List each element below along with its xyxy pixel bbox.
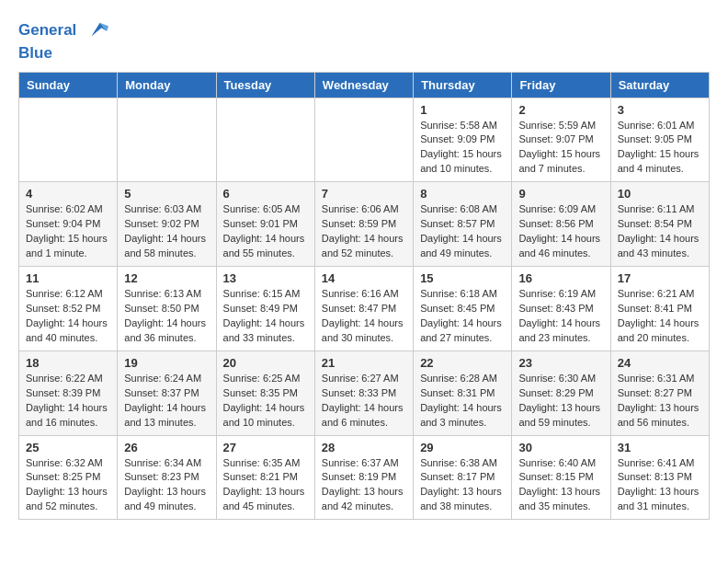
weekday-header-saturday: Saturday	[610, 72, 709, 98]
day-number: 5	[124, 187, 209, 201]
day-number: 15	[420, 271, 505, 285]
logo-bird-icon	[83, 18, 108, 44]
day-info: Sunrise: 6:24 AMSunset: 8:37 PMDaylight:…	[124, 372, 209, 431]
calendar-cell	[216, 98, 314, 182]
weekday-header-tuesday: Tuesday	[216, 72, 314, 98]
day-info: Sunrise: 6:15 AMSunset: 8:49 PMDaylight:…	[223, 287, 308, 346]
day-number: 30	[518, 441, 603, 454]
day-number: 2	[518, 103, 603, 117]
day-info: Sunrise: 6:08 AMSunset: 8:57 PMDaylight:…	[420, 202, 505, 261]
day-info: Sunrise: 6:38 AMSunset: 8:17 PMDaylight:…	[420, 456, 505, 515]
day-number: 26	[124, 441, 209, 454]
calendar-cell: 23Sunrise: 6:30 AMSunset: 8:29 PMDayligh…	[512, 350, 610, 435]
calendar-cell: 20Sunrise: 6:25 AMSunset: 8:35 PMDayligh…	[216, 350, 314, 435]
calendar-cell: 31Sunrise: 6:41 AMSunset: 8:13 PMDayligh…	[610, 435, 709, 520]
day-info: Sunrise: 5:58 AMSunset: 9:09 PMDaylight:…	[420, 119, 505, 178]
calendar-cell: 13Sunrise: 6:15 AMSunset: 8:49 PMDayligh…	[216, 267, 314, 351]
calendar-cell: 27Sunrise: 6:35 AMSunset: 8:21 PMDayligh…	[216, 435, 314, 520]
day-number: 20	[223, 356, 308, 370]
calendar-cell: 16Sunrise: 6:19 AMSunset: 8:43 PMDayligh…	[512, 267, 610, 351]
day-info: Sunrise: 6:19 AMSunset: 8:43 PMDaylight:…	[518, 287, 603, 346]
day-number: 29	[420, 441, 505, 454]
day-number: 19	[124, 356, 209, 370]
weekday-header-sunday: Sunday	[19, 72, 118, 98]
day-info: Sunrise: 6:40 AMSunset: 8:15 PMDaylight:…	[518, 456, 603, 515]
calendar-cell: 15Sunrise: 6:18 AMSunset: 8:45 PMDayligh…	[414, 267, 512, 351]
calendar-cell: 11Sunrise: 6:12 AMSunset: 8:52 PMDayligh…	[19, 267, 118, 351]
week-row-1: 1Sunrise: 5:58 AMSunset: 9:09 PMDaylight…	[19, 98, 710, 182]
day-number: 4	[26, 187, 110, 201]
day-info: Sunrise: 6:06 AMSunset: 8:59 PMDaylight:…	[322, 202, 406, 261]
day-info: Sunrise: 6:35 AMSunset: 8:21 PMDaylight:…	[223, 456, 308, 515]
weekday-header-row: SundayMondayTuesdayWednesdayThursdayFrid…	[19, 72, 710, 98]
logo-blue: Blue	[18, 44, 108, 63]
day-info: Sunrise: 6:05 AMSunset: 9:01 PMDaylight:…	[223, 202, 308, 261]
calendar-cell: 5Sunrise: 6:03 AMSunset: 9:02 PMDaylight…	[118, 182, 216, 267]
day-info: Sunrise: 6:34 AMSunset: 8:23 PMDaylight:…	[124, 456, 209, 515]
logo: General Blue	[18, 18, 108, 63]
day-info: Sunrise: 6:13 AMSunset: 8:50 PMDaylight:…	[124, 287, 209, 346]
day-info: Sunrise: 6:11 AMSunset: 8:54 PMDaylight:…	[618, 202, 702, 261]
day-info: Sunrise: 6:01 AMSunset: 9:05 PMDaylight:…	[618, 119, 702, 178]
calendar-cell	[314, 98, 413, 182]
calendar-cell: 29Sunrise: 6:38 AMSunset: 8:17 PMDayligh…	[414, 435, 512, 520]
calendar-cell: 17Sunrise: 6:21 AMSunset: 8:41 PMDayligh…	[610, 267, 709, 351]
day-info: Sunrise: 6:18 AMSunset: 8:45 PMDaylight:…	[420, 287, 505, 346]
weekday-header-thursday: Thursday	[414, 72, 512, 98]
day-info: Sunrise: 6:21 AMSunset: 8:41 PMDaylight:…	[618, 287, 702, 346]
weekday-header-wednesday: Wednesday	[314, 72, 413, 98]
day-number: 16	[518, 271, 603, 285]
calendar-table: SundayMondayTuesdayWednesdayThursdayFrid…	[18, 72, 710, 521]
calendar-cell: 26Sunrise: 6:34 AMSunset: 8:23 PMDayligh…	[118, 435, 216, 520]
calendar-cell: 22Sunrise: 6:28 AMSunset: 8:31 PMDayligh…	[414, 350, 512, 435]
day-number: 1	[420, 103, 505, 117]
calendar-cell: 4Sunrise: 6:02 AMSunset: 9:04 PMDaylight…	[19, 182, 118, 267]
calendar-cell: 21Sunrise: 6:27 AMSunset: 8:33 PMDayligh…	[314, 350, 413, 435]
day-info: Sunrise: 6:41 AMSunset: 8:13 PMDaylight:…	[618, 456, 702, 515]
day-info: Sunrise: 6:09 AMSunset: 8:56 PMDaylight:…	[518, 202, 603, 261]
day-number: 6	[223, 187, 308, 201]
week-row-4: 18Sunrise: 6:22 AMSunset: 8:39 PMDayligh…	[19, 350, 710, 435]
page-header: General Blue	[18, 18, 710, 63]
calendar-cell	[118, 98, 216, 182]
day-number: 7	[322, 187, 406, 201]
day-number: 8	[420, 187, 505, 201]
calendar-cell	[19, 98, 118, 182]
calendar-cell: 19Sunrise: 6:24 AMSunset: 8:37 PMDayligh…	[118, 350, 216, 435]
day-number: 3	[618, 103, 702, 117]
calendar-cell: 2Sunrise: 5:59 AMSunset: 9:07 PMDaylight…	[512, 98, 610, 182]
calendar-cell: 24Sunrise: 6:31 AMSunset: 8:27 PMDayligh…	[610, 350, 709, 435]
calendar-cell: 25Sunrise: 6:32 AMSunset: 8:25 PMDayligh…	[19, 435, 118, 520]
day-info: Sunrise: 6:12 AMSunset: 8:52 PMDaylight:…	[26, 287, 110, 346]
day-number: 11	[26, 271, 110, 285]
day-info: Sunrise: 6:27 AMSunset: 8:33 PMDaylight:…	[322, 372, 406, 431]
calendar-cell: 8Sunrise: 6:08 AMSunset: 8:57 PMDaylight…	[414, 182, 512, 267]
day-number: 23	[518, 356, 603, 370]
day-info: Sunrise: 5:59 AMSunset: 9:07 PMDaylight:…	[518, 119, 603, 178]
day-info: Sunrise: 6:32 AMSunset: 8:25 PMDaylight:…	[26, 456, 110, 515]
week-row-5: 25Sunrise: 6:32 AMSunset: 8:25 PMDayligh…	[19, 435, 710, 520]
logo-general: General	[18, 21, 76, 39]
calendar-cell: 7Sunrise: 6:06 AMSunset: 8:59 PMDaylight…	[314, 182, 413, 267]
day-info: Sunrise: 6:30 AMSunset: 8:29 PMDaylight:…	[518, 372, 603, 431]
day-info: Sunrise: 6:28 AMSunset: 8:31 PMDaylight:…	[420, 372, 505, 431]
calendar-cell: 1Sunrise: 5:58 AMSunset: 9:09 PMDaylight…	[414, 98, 512, 182]
weekday-header-monday: Monday	[118, 72, 216, 98]
calendar-cell: 18Sunrise: 6:22 AMSunset: 8:39 PMDayligh…	[19, 350, 118, 435]
calendar-cell: 28Sunrise: 6:37 AMSunset: 8:19 PMDayligh…	[314, 435, 413, 520]
week-row-3: 11Sunrise: 6:12 AMSunset: 8:52 PMDayligh…	[19, 267, 710, 351]
day-number: 24	[618, 356, 702, 370]
calendar-cell: 12Sunrise: 6:13 AMSunset: 8:50 PMDayligh…	[118, 267, 216, 351]
day-info: Sunrise: 6:37 AMSunset: 8:19 PMDaylight:…	[322, 456, 406, 515]
day-number: 14	[322, 271, 406, 285]
day-number: 13	[223, 271, 308, 285]
day-number: 21	[322, 356, 406, 370]
day-info: Sunrise: 6:25 AMSunset: 8:35 PMDaylight:…	[223, 372, 308, 431]
day-number: 27	[223, 441, 308, 454]
day-number: 18	[26, 356, 110, 370]
day-info: Sunrise: 6:31 AMSunset: 8:27 PMDaylight:…	[618, 372, 702, 431]
day-info: Sunrise: 6:16 AMSunset: 8:47 PMDaylight:…	[322, 287, 406, 346]
day-number: 9	[518, 187, 603, 201]
day-info: Sunrise: 6:03 AMSunset: 9:02 PMDaylight:…	[124, 202, 209, 261]
day-number: 10	[618, 187, 702, 201]
